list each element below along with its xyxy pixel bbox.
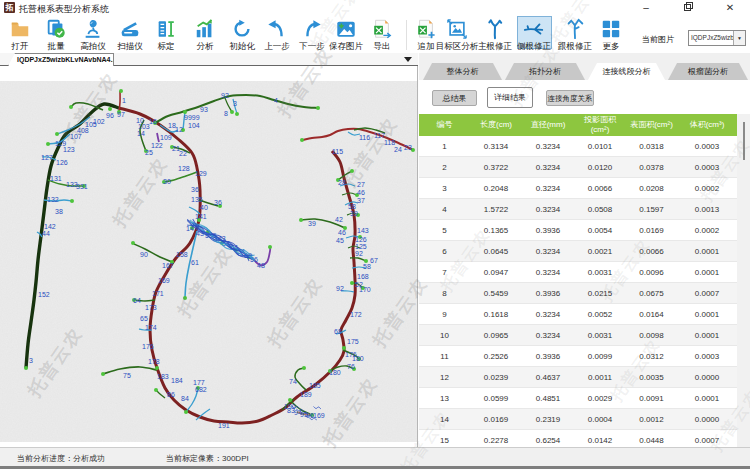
svg-text:92: 92 xyxy=(336,285,344,292)
svg-text:173: 173 xyxy=(145,304,157,311)
svg-text:39: 39 xyxy=(350,210,358,217)
svg-text:178: 178 xyxy=(148,358,160,365)
svg-text:122: 122 xyxy=(151,142,163,149)
svg-text:58: 58 xyxy=(348,203,356,210)
svg-text:169: 169 xyxy=(158,277,170,284)
svg-text:172: 172 xyxy=(350,311,362,318)
svg-text:118: 118 xyxy=(384,139,395,146)
svg-text:14: 14 xyxy=(137,130,145,137)
svg-text:167: 167 xyxy=(162,262,174,269)
svg-text:184: 184 xyxy=(171,377,183,384)
svg-text:74: 74 xyxy=(289,378,297,385)
svg-text:1: 1 xyxy=(122,97,126,104)
svg-text:115: 115 xyxy=(332,148,343,155)
svg-text:46: 46 xyxy=(338,229,346,236)
svg-text:25: 25 xyxy=(145,149,153,156)
svg-text:132: 132 xyxy=(47,196,59,203)
svg-text:129: 129 xyxy=(195,170,207,177)
svg-text:3: 3 xyxy=(233,100,237,107)
svg-text:65: 65 xyxy=(140,315,148,322)
svg-text:90: 90 xyxy=(140,251,148,258)
svg-text:16: 16 xyxy=(149,118,157,125)
svg-text:76: 76 xyxy=(347,363,355,370)
svg-text:176: 176 xyxy=(142,343,154,350)
svg-text:128: 128 xyxy=(178,165,190,172)
svg-text:183: 183 xyxy=(157,373,169,380)
svg-text:103: 103 xyxy=(138,123,150,130)
svg-text:30: 30 xyxy=(163,178,171,185)
svg-text:42: 42 xyxy=(335,216,343,223)
svg-text:84: 84 xyxy=(181,395,189,402)
svg-text:131: 131 xyxy=(50,175,62,182)
svg-text:331: 331 xyxy=(76,183,88,190)
svg-text:152: 152 xyxy=(38,291,50,298)
svg-text:191: 191 xyxy=(218,422,230,429)
svg-text:104: 104 xyxy=(188,122,200,129)
svg-text:116: 116 xyxy=(359,134,370,141)
svg-text:8: 8 xyxy=(224,110,228,117)
svg-text:170: 170 xyxy=(359,286,371,293)
svg-text:126: 126 xyxy=(355,236,367,243)
svg-text:117: 117 xyxy=(374,132,385,139)
svg-text:168: 168 xyxy=(357,273,369,280)
svg-text:22: 22 xyxy=(179,150,187,157)
svg-text:75: 75 xyxy=(123,372,131,379)
svg-text:180: 180 xyxy=(352,355,364,362)
svg-text:158: 158 xyxy=(176,251,188,258)
svg-text:86: 86 xyxy=(167,391,175,398)
svg-text:12: 12 xyxy=(175,126,183,133)
svg-text:23: 23 xyxy=(404,144,412,151)
svg-text:682: 682 xyxy=(195,386,207,393)
svg-text:142: 142 xyxy=(44,223,56,230)
svg-text:171: 171 xyxy=(152,290,164,297)
svg-text:125: 125 xyxy=(355,243,367,250)
svg-text:107: 107 xyxy=(70,133,82,140)
svg-text:123: 123 xyxy=(63,146,75,153)
svg-text:175: 175 xyxy=(347,338,359,345)
svg-text:46: 46 xyxy=(357,189,365,196)
svg-text:96: 96 xyxy=(106,112,114,119)
svg-text:180: 180 xyxy=(329,369,341,376)
svg-text:28: 28 xyxy=(338,179,346,186)
svg-text:58: 58 xyxy=(363,263,371,270)
svg-text:174: 174 xyxy=(145,324,157,331)
svg-text:24: 24 xyxy=(394,146,402,153)
svg-text:127: 127 xyxy=(41,154,53,161)
svg-text:189: 189 xyxy=(300,391,312,398)
svg-text:36: 36 xyxy=(191,186,199,193)
svg-text:109: 109 xyxy=(160,134,172,141)
svg-text:44: 44 xyxy=(42,230,50,237)
svg-text:97: 97 xyxy=(117,111,125,118)
svg-text:177: 177 xyxy=(193,379,205,386)
svg-text:126: 126 xyxy=(56,159,68,166)
svg-text:93: 93 xyxy=(200,106,208,113)
svg-text:27: 27 xyxy=(357,181,365,188)
svg-text:185: 185 xyxy=(309,382,321,389)
svg-text:9999: 9999 xyxy=(184,114,200,121)
svg-text:64: 64 xyxy=(133,297,141,304)
svg-text:135: 135 xyxy=(191,196,203,203)
svg-text:61: 61 xyxy=(191,259,199,266)
svg-text:39: 39 xyxy=(308,220,316,227)
svg-text:92: 92 xyxy=(355,250,363,257)
svg-text:40: 40 xyxy=(200,204,208,211)
svg-text:143: 143 xyxy=(357,227,369,234)
svg-text:38: 38 xyxy=(55,208,63,215)
svg-text:36: 36 xyxy=(214,199,222,206)
svg-text:3: 3 xyxy=(29,357,33,364)
svg-text:67: 67 xyxy=(370,257,378,264)
svg-text:48: 48 xyxy=(257,262,265,269)
svg-text:92: 92 xyxy=(221,92,229,99)
svg-text:45: 45 xyxy=(336,237,344,244)
svg-text:141: 141 xyxy=(195,213,207,220)
svg-text:68: 68 xyxy=(334,328,342,335)
svg-text:4: 4 xyxy=(274,97,278,104)
svg-text:37: 37 xyxy=(357,197,365,204)
